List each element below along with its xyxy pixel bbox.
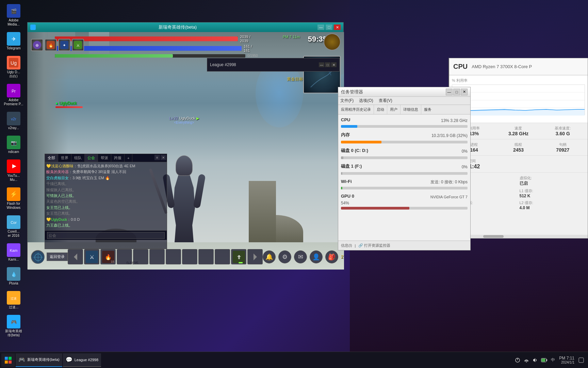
desktop-icon-flash[interactable]: ⚡ Flash forWindows	[1, 186, 26, 211]
skill-icon-3[interactable]: ✦	[58, 39, 70, 51]
action-slot-2[interactable]: 🔥 15	[100, 249, 116, 264]
taskbar-game-item[interactable]: 🎮 新瑞奇英雄传(beta)	[16, 353, 62, 367]
tm-disk1-label: 磁盘 1 (F:)	[341, 163, 362, 169]
cpu-detail-scrollbar-thumb[interactable]	[483, 235, 504, 238]
action-slot-prev[interactable]	[68, 249, 83, 264]
desktop-icon-telegram[interactable]: ✈ Telegram	[1, 31, 26, 52]
svg-text:✦: ✦	[63, 43, 66, 48]
desktop-icon-ndicam[interactable]: 📷 ndicam	[1, 134, 26, 155]
tm-maximize-button[interactable]: □	[453, 89, 460, 95]
svg-text:Pr: Pr	[12, 89, 16, 94]
league-minimize-button[interactable]: —	[319, 62, 324, 67]
tm-cpu-value: 13% 3.28 GHz	[441, 118, 468, 123]
chat-tab-all[interactable]: 全部	[45, 154, 58, 162]
desktop-icon-youtube[interactable]: YouTu...Mu...	[1, 158, 26, 183]
action-slot-3[interactable]	[117, 249, 132, 264]
desktop-icon-premiere[interactable]: Pr AdobePremiere P...	[1, 82, 26, 108]
return-login-button[interactable]: 返回登录	[47, 252, 68, 261]
tm-tab-history[interactable]: 应用程序历史记录	[338, 105, 374, 114]
tray-icon-volume[interactable]	[531, 356, 539, 364]
game-titlebar[interactable]: 新瑞奇英雄传(beta) — □ ✕	[28, 22, 343, 32]
chat-message-1: 💛浅蓝心酒酿味：售[虎踞水晶兑换券]650自选 4E EM	[46, 164, 165, 169]
action-slot-10[interactable]: 🗡	[231, 249, 246, 264]
chat-close-button[interactable]: ✕	[161, 155, 166, 160]
skill-icon-2[interactable]: 🔥	[45, 39, 57, 51]
ep-bar: 0/1950	[55, 54, 259, 58]
tm-menu-view[interactable]: 查看(V)	[379, 98, 392, 104]
action-slot-6[interactable]	[166, 249, 181, 264]
minimap-small-button[interactable]	[31, 250, 45, 264]
desktop-icon-adobe-media[interactable]: 🎬 AdobeMedia...	[1, 3, 26, 28]
tm-tab-startup[interactable]: 启动	[374, 105, 387, 114]
tm-tab-services[interactable]: 服务	[421, 105, 434, 114]
game-maximize-button[interactable]: □	[326, 25, 332, 30]
chat-tabs: 全部 世界 组队 公会 帮派 跨服 + ≡ ✕	[45, 154, 167, 162]
desktop-icon-shijian[interactable]: 过迷 过迷...	[1, 290, 26, 311]
tray-icon-1[interactable]	[513, 356, 522, 364]
desktop-icon-xinjin[interactable]: 🎮 新瑞奇英雄传(beta)	[1, 313, 26, 339]
chat-tab-group[interactable]: 组队	[71, 154, 85, 162]
league-maximize-button[interactable]: □	[325, 62, 330, 67]
desktop-icon-v2ray[interactable]: v2r v2ray...	[1, 110, 26, 132]
desktop-icon-pluvia[interactable]: 💧 Pluvia	[1, 266, 26, 287]
player-guild-tag: ● UglyDuck	[55, 101, 83, 106]
cpu-detail-header: CPU AMD Ryzen 7 3700X 8-Core P	[449, 58, 588, 75]
tm-tab-details[interactable]: 详细信息	[401, 105, 421, 114]
chat-notif-6: 女王范已离线。	[46, 211, 165, 216]
action-slot-5[interactable]	[149, 249, 165, 264]
notification-center-icon[interactable]	[577, 356, 585, 364]
chat-tab-world[interactable]: 世界	[58, 154, 71, 162]
league-titlebar: League #2998 — □ ✕	[210, 62, 337, 67]
cpu-detail-model: AMD Ryzen 7 3700X 8-Core P	[472, 64, 532, 69]
desktop-icon-corel[interactable]: Cor CorelI...er 2016	[1, 214, 26, 239]
desktop-icon-kami[interactable]: Kam Kami...	[1, 242, 26, 263]
chat-tab-faction[interactable]: 帮派	[98, 154, 111, 162]
chat-tab-cross[interactable]: 跨服	[111, 154, 125, 162]
chat-tab-guild[interactable]: 公会	[85, 154, 98, 162]
mail-icon[interactable]: ✉	[294, 250, 307, 263]
tm-footer-info[interactable]: 信息(I)	[341, 243, 352, 248]
game-minimize-button[interactable]: —	[317, 25, 324, 30]
action-slot-7[interactable]	[182, 249, 197, 264]
cpu-stat-base-label: 基准速度:	[542, 126, 584, 131]
tm-menu-file[interactable]: 文件(F)	[340, 98, 354, 104]
pm-indicator: PM 7 11m	[283, 35, 300, 39]
skill-icon-1[interactable]: ⊕	[31, 39, 43, 51]
taskbar-league-label: League #2998	[75, 358, 98, 362]
game-close-button[interactable]: ✕	[334, 25, 341, 30]
bell-icon[interactable]: 🔔	[263, 250, 276, 263]
skill-icon-4[interactable]: ⚔	[72, 39, 84, 51]
start-button[interactable]	[1, 353, 15, 367]
action-slot-1[interactable]: ⚔	[84, 249, 99, 264]
chat-tab-add[interactable]: +	[125, 154, 132, 162]
chat-input-field[interactable]	[47, 232, 165, 239]
action-slot-9[interactable]	[215, 249, 230, 264]
ime-indicator[interactable]: 中	[550, 357, 556, 363]
taskbar-league-item[interactable]: 💬 League #2998	[63, 353, 101, 367]
league-close-button[interactable]: ✕	[331, 62, 337, 67]
tray-icon-battery[interactable]	[540, 356, 548, 364]
svg-text:🎬: 🎬	[11, 9, 17, 14]
inventory-icon[interactable]: 🎒	[325, 250, 338, 263]
action-slot-4[interactable]	[133, 249, 148, 264]
action-slot-next[interactable]	[247, 249, 263, 264]
tm-minimize-button[interactable]: —	[446, 89, 453, 95]
action-slot-8[interactable]	[198, 249, 214, 264]
settings-icon[interactable]: ⚙	[278, 250, 291, 263]
tm-menu-options[interactable]: 选项(O)	[359, 98, 373, 104]
tm-tab-users[interactable]: 用户	[387, 105, 401, 114]
characters-icon[interactable]: 👤	[310, 250, 323, 263]
task-manager-titlebar[interactable]: 任务管理器 — □ ✕	[338, 87, 470, 97]
system-clock[interactable]: PM 7:11 2024/1/1	[558, 356, 576, 364]
task-manager-controls: — □ ✕	[446, 89, 468, 95]
tm-gpu-bar-fill	[341, 207, 409, 210]
desktop-icon-ugly-duck[interactable]: Ug Ugly D...白白)	[1, 55, 26, 80]
cpu-stat-han-value: 70927	[542, 147, 584, 153]
system-tray-icons	[513, 356, 548, 364]
cpu-utilization-graph	[452, 85, 585, 115]
chat-settings-button[interactable]: ≡	[154, 155, 160, 160]
cpu-uptime-label: 正常运行时间	[453, 158, 584, 164]
tm-close-button[interactable]: ✕	[461, 89, 468, 95]
tm-open-monitor[interactable]: 🔗 打开资源监控器	[358, 243, 390, 248]
tray-icon-2[interactable]	[522, 356, 530, 364]
